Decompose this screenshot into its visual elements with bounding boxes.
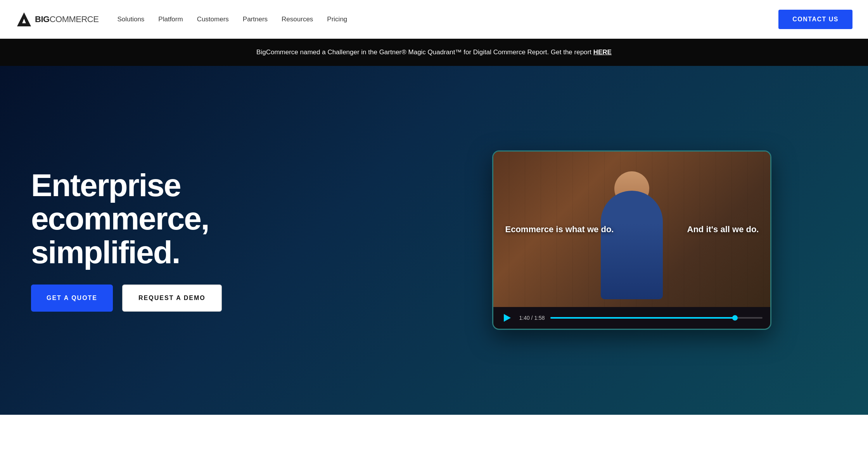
nav-item-resources[interactable]: Resources	[282, 16, 313, 23]
nav-item-platform[interactable]: Platform	[158, 16, 183, 23]
video-progress-fill	[550, 317, 735, 319]
video-progress-bar[interactable]	[550, 317, 763, 319]
video-progress-thumb	[732, 315, 738, 321]
hero-buttons: GET A QUOTE REQUEST A DEMO	[31, 285, 404, 312]
announcement-bar: BigCommerce named a Challenger in the Ga…	[0, 39, 868, 66]
logo[interactable]: BIGCOMMERCE	[16, 11, 99, 28]
video-caption-left: Ecommerce is what we do.	[505, 223, 614, 235]
contact-us-button[interactable]: CONTACT US	[778, 10, 852, 29]
navigation: BIGCOMMERCE Solutions Platform Customers…	[0, 0, 868, 39]
video-caption-right: And it's all we do.	[687, 223, 759, 235]
nav-item-solutions[interactable]: Solutions	[117, 16, 144, 23]
play-icon	[504, 314, 511, 322]
get-quote-button[interactable]: GET A QUOTE	[31, 285, 113, 312]
request-demo-button[interactable]: REQUEST A DEMO	[122, 285, 222, 312]
announcement-link[interactable]: HERE	[593, 48, 612, 56]
logo-icon	[16, 11, 33, 28]
nav-item-pricing[interactable]: Pricing	[327, 16, 347, 23]
video-frame: Ecommerce is what we do. And it's all we…	[493, 152, 770, 307]
hero-headline: Enterprise ecommerce, simplified.	[31, 169, 404, 269]
hero-video-area: Ecommerce is what we do. And it's all we…	[427, 150, 837, 330]
nav-links: Solutions Platform Customers Partners Re…	[117, 16, 778, 23]
nav-item-customers[interactable]: Customers	[197, 16, 229, 23]
logo-text: BIGCOMMERCE	[35, 14, 99, 24]
hero-content: Enterprise ecommerce, simplified. GET A …	[31, 169, 404, 311]
nav-item-partners[interactable]: Partners	[243, 16, 268, 23]
video-controls: 1:40 / 1:58	[493, 307, 770, 329]
person-body	[601, 191, 663, 299]
svg-rect-2	[19, 23, 29, 26]
video-player[interactable]: Ecommerce is what we do. And it's all we…	[492, 150, 771, 330]
play-button[interactable]	[501, 312, 514, 324]
announcement-text: BigCommerce named a Challenger in the Ga…	[256, 48, 593, 56]
hero-section: Enterprise ecommerce, simplified. GET A …	[0, 66, 868, 415]
video-time: 1:40 / 1:58	[519, 315, 545, 321]
